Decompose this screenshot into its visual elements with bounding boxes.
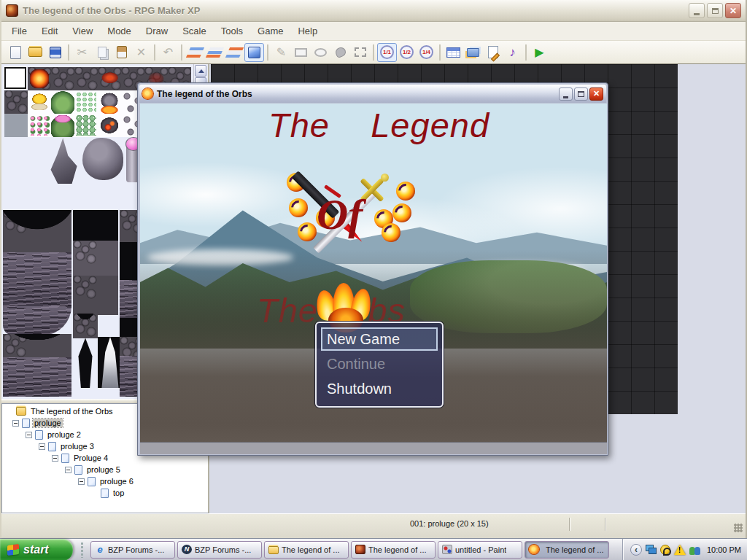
ellipse-tool-icon[interactable] bbox=[311, 43, 330, 62]
menu-edit[interactable]: Edit bbox=[34, 23, 65, 39]
palette-tile[interactable] bbox=[28, 114, 51, 137]
game-maximize-button[interactable] bbox=[574, 88, 588, 101]
menu-mode[interactable]: Mode bbox=[100, 23, 139, 39]
taskbar-button[interactable]: The legend of ... bbox=[264, 541, 349, 559]
event-layer-icon[interactable] bbox=[244, 43, 264, 62]
toolbar-separator[interactable] bbox=[68, 44, 69, 61]
select-tool-icon[interactable] bbox=[350, 43, 370, 62]
open-project-icon[interactable] bbox=[26, 43, 45, 62]
palette-tile[interactable] bbox=[73, 276, 118, 315]
network-icon[interactable] bbox=[646, 545, 657, 554]
quick-launch-handle[interactable] bbox=[80, 542, 85, 558]
game-menu-item[interactable]: New Game bbox=[321, 327, 438, 351]
menu-tools[interactable]: Tools bbox=[214, 23, 250, 39]
toolbar-separator[interactable] bbox=[525, 44, 527, 61]
layer-3-icon[interactable] bbox=[225, 43, 244, 62]
tree-item[interactable]: proluge 6 bbox=[2, 475, 208, 487]
game-menu-item[interactable]: Continue bbox=[321, 352, 438, 376]
toolbar-separator[interactable] bbox=[181, 44, 182, 61]
rectangle-tool-icon[interactable] bbox=[291, 43, 311, 62]
palette-tile[interactable] bbox=[3, 334, 71, 359]
palette-tile[interactable] bbox=[98, 114, 121, 137]
taskbar-button[interactable]: The legend of ... bbox=[351, 541, 436, 559]
game-close-button[interactable]: ✕ bbox=[589, 88, 603, 101]
taskbar-button[interactable]: The legend of ... bbox=[525, 541, 609, 559]
save-icon[interactable] bbox=[45, 43, 65, 62]
palette-tile[interactable] bbox=[98, 67, 121, 90]
layer-2-icon[interactable] bbox=[205, 43, 225, 62]
toolbar-separator[interactable] bbox=[267, 44, 268, 61]
close-button[interactable]: ✕ bbox=[725, 3, 741, 18]
materials-icon[interactable] bbox=[463, 43, 483, 62]
palette-tile[interactable] bbox=[3, 306, 71, 335]
taskbar-button[interactable]: BZP Forums -... bbox=[90, 541, 175, 559]
resize-grip[interactable] bbox=[734, 524, 743, 532]
palette-tile[interactable] bbox=[48, 137, 80, 184]
palette-tile[interactable] bbox=[51, 90, 74, 114]
script-editor-icon[interactable] bbox=[483, 43, 503, 62]
start-button[interactable]: start bbox=[0, 539, 73, 560]
menu-file[interactable]: File bbox=[4, 23, 34, 39]
security-key-icon[interactable] bbox=[660, 545, 670, 555]
menu-scale[interactable]: Scale bbox=[175, 23, 214, 39]
menu-game[interactable]: Game bbox=[250, 23, 290, 39]
palette-tile[interactable] bbox=[4, 114, 28, 137]
zoom-half-icon[interactable]: 1/2 bbox=[397, 43, 417, 62]
toolbar-separator[interactable] bbox=[373, 44, 374, 61]
playtest-icon[interactable]: ▶ bbox=[530, 43, 549, 62]
menu-help[interactable]: Help bbox=[290, 23, 325, 39]
palette-tile[interactable] bbox=[74, 67, 98, 90]
maximize-button[interactable] bbox=[707, 3, 723, 18]
fill-tool-icon[interactable] bbox=[330, 43, 350, 62]
palette-tile[interactable] bbox=[98, 90, 121, 114]
scroll-up-icon[interactable] bbox=[195, 65, 206, 77]
tree-item[interactable]: proluge 5 bbox=[2, 464, 208, 475]
copy-icon[interactable] bbox=[92, 43, 112, 62]
tree-expander-icon[interactable] bbox=[39, 443, 45, 450]
zoom-full-icon[interactable]: 1/1 bbox=[377, 43, 397, 62]
messenger-icon[interactable] bbox=[689, 545, 700, 555]
game-titlebar[interactable]: The legend of the Orbs ✕ bbox=[139, 85, 606, 103]
toolbar-separator[interactable] bbox=[439, 44, 441, 61]
palette-tile[interactable] bbox=[73, 241, 118, 277]
delete-icon[interactable]: ✕ bbox=[131, 43, 151, 62]
palette-tile[interactable] bbox=[51, 67, 74, 90]
taskbar-button[interactable]: BZP Forums -... bbox=[177, 541, 262, 559]
palette-tile[interactable] bbox=[82, 137, 124, 184]
taskbar-button[interactable]: untitled - Paint bbox=[438, 541, 522, 559]
tree-expander-icon[interactable] bbox=[26, 432, 32, 438]
palette-tile[interactable] bbox=[73, 210, 118, 242]
palette-tile[interactable] bbox=[73, 337, 98, 388]
warning-icon[interactable] bbox=[674, 545, 686, 555]
minimize-button[interactable] bbox=[689, 3, 705, 18]
palette-tile[interactable] bbox=[3, 357, 71, 397]
game-menu-item[interactable]: Shutdown bbox=[321, 377, 438, 400]
tree-expander-icon[interactable] bbox=[12, 420, 19, 427]
menu-draw[interactable]: Draw bbox=[139, 23, 175, 39]
palette-tile[interactable] bbox=[74, 90, 98, 114]
tree-expander-icon[interactable] bbox=[52, 455, 58, 462]
app-titlebar[interactable]: The legend of the Orbs - RPG Maker XP ✕ bbox=[1, 0, 746, 22]
palette-tile[interactable] bbox=[4, 67, 26, 89]
palette-tile[interactable] bbox=[28, 67, 51, 90]
undo-icon[interactable]: ↶ bbox=[158, 43, 178, 62]
palette-tile[interactable] bbox=[74, 114, 98, 137]
new-project-icon[interactable] bbox=[6, 43, 26, 62]
zoom-quarter-icon[interactable]: 1/4 bbox=[417, 43, 436, 62]
sound-test-icon[interactable]: ♪ bbox=[503, 43, 522, 62]
menu-view[interactable]: View bbox=[65, 23, 100, 39]
palette-tile[interactable] bbox=[3, 252, 71, 308]
cut-icon[interactable]: ✂ bbox=[72, 43, 92, 62]
palette-tile[interactable] bbox=[73, 314, 98, 338]
palette-tile[interactable] bbox=[4, 90, 28, 114]
game-minimize-button[interactable] bbox=[559, 88, 573, 101]
layer-1-icon[interactable] bbox=[185, 43, 205, 62]
toolbar-separator[interactable] bbox=[154, 44, 155, 61]
palette-tile[interactable] bbox=[28, 90, 51, 114]
palette-tile[interactable] bbox=[3, 210, 71, 254]
tree-expander-icon[interactable] bbox=[78, 478, 85, 485]
pencil-tool-icon[interactable]: ✎ bbox=[271, 43, 291, 62]
tree-item[interactable]: top bbox=[2, 487, 208, 499]
paste-icon[interactable] bbox=[112, 43, 131, 62]
palette-tile[interactable] bbox=[51, 114, 74, 137]
